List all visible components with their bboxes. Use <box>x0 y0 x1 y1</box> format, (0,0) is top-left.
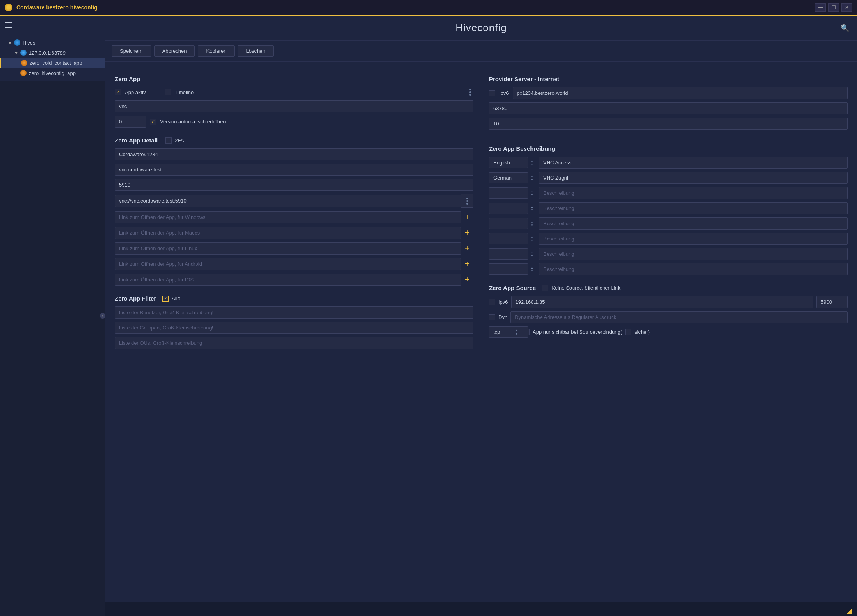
zero-app-section: Zero App App aktiv Timeline <box>115 69 473 131</box>
desc-lang-select-1[interactable]: German English <box>489 172 528 183</box>
desc-lang-select-7[interactable] <box>489 263 528 275</box>
desc-lang-select-0[interactable]: English German <box>489 157 528 168</box>
desc-input-3[interactable] <box>539 202 848 214</box>
link-ios-input[interactable] <box>115 274 461 286</box>
bottom-bar <box>105 602 857 616</box>
zero-app-detail-title: Zero App Detail <box>115 137 158 144</box>
link-windows-input[interactable] <box>115 211 461 223</box>
tcp-select[interactable]: tcp udp <box>489 326 528 338</box>
desc-input-2[interactable] <box>539 187 848 199</box>
source-ip-input[interactable] <box>511 296 813 308</box>
hamburger-icon[interactable] <box>5 22 12 28</box>
zero-app-beschreibung-title: Zero App Beschreibung <box>489 145 848 152</box>
desc-input-4[interactable] <box>539 217 848 230</box>
link-windows-add-button[interactable]: + <box>461 211 473 223</box>
source-sicher-label: sicher) <box>635 329 650 335</box>
version-auto-checkbox[interactable] <box>150 119 156 125</box>
zero-app-source-title: Zero App Source <box>489 285 536 291</box>
2fa-checkbox[interactable] <box>165 137 172 144</box>
link-windows-row: + <box>115 211 473 223</box>
cordaware-id-row <box>115 148 473 160</box>
url-menu-button[interactable] <box>461 194 473 208</box>
source-dyn-input[interactable] <box>510 311 848 323</box>
link-linux-input[interactable] <box>115 242 461 255</box>
desc-input-7[interactable] <box>539 263 848 275</box>
provider-address-input[interactable] <box>513 87 848 99</box>
desc-lang-select-2[interactable] <box>489 187 528 199</box>
alle-checkbox[interactable] <box>162 296 169 302</box>
desc-lang-select-5[interactable] <box>489 233 528 244</box>
provider-val3-input[interactable] <box>489 118 848 130</box>
provider-server-section: Provider Server - Internet Ipv6 <box>489 69 848 133</box>
domain-input[interactable] <box>115 164 473 176</box>
provider-ipv6-row: Ipv6 <box>489 87 848 99</box>
link-ios-row: + <box>115 273 473 286</box>
desc-row-6: ▲▼ <box>489 248 848 260</box>
close-button[interactable]: ✕ <box>841 3 852 12</box>
user-list-input[interactable] <box>115 306 473 319</box>
copy-button[interactable]: Kopieren <box>198 45 235 57</box>
sidebar-resize-handle[interactable]: › <box>100 313 105 319</box>
sidebar-item-hives[interactable]: ▼ Hives <box>0 37 105 48</box>
sidebar-item-server[interactable]: ▼ 127.0.0.1:63789 <box>0 48 105 58</box>
desc-input-5[interactable] <box>539 233 848 245</box>
timeline-label: Timeline <box>174 89 194 95</box>
sidebar-item-app1[interactable]: zero_coid_contact_app <box>0 58 105 68</box>
top-bar: Hiveconfig 🔍 <box>105 16 857 41</box>
provider-port-input[interactable] <box>489 102 848 114</box>
title-bar-text: Cordaware bestzero hiveconfig <box>16 4 811 11</box>
group-list-input[interactable] <box>115 322 473 334</box>
ou-list-row <box>115 337 473 349</box>
source-dyn-checkbox[interactable] <box>489 314 495 320</box>
toolbar: Speichern Abbrechen Kopieren Löschen <box>105 41 857 62</box>
2fa-label: 2FA <box>175 137 184 143</box>
source-sicher-checkbox[interactable] <box>625 329 631 335</box>
desc-input-0[interactable] <box>539 157 848 169</box>
desc-lang-arrows-0: ▲▼ <box>530 159 533 166</box>
provider-ipv6-checkbox[interactable] <box>489 90 495 96</box>
port-input[interactable] <box>115 179 473 191</box>
app-name-row <box>115 100 473 112</box>
search-icon[interactable]: 🔍 <box>841 24 849 32</box>
cordaware-id-input[interactable] <box>115 148 473 160</box>
provider-port-row <box>489 102 848 114</box>
source-ipv6-label: Ipv6 <box>498 299 508 305</box>
save-button[interactable]: Speichern <box>112 45 151 57</box>
link-android-add-button[interactable]: + <box>461 258 473 270</box>
sidebar-item-app2[interactable]: zero_hiveconfig_app <box>0 68 105 78</box>
desc-row-7: ▲▼ <box>489 263 848 275</box>
link-macos-input[interactable] <box>115 227 461 239</box>
source-port-input[interactable] <box>816 296 848 308</box>
desc-lang-select-4[interactable] <box>489 218 528 229</box>
app2-icon <box>20 70 27 76</box>
source-dyn-label: Dyn <box>498 314 507 320</box>
zero-app-detail-section: Zero App Detail 2FA <box>115 137 473 289</box>
desc-lang-select-3[interactable] <box>489 203 528 214</box>
desc-input-1[interactable] <box>539 172 848 184</box>
provider-ipv6-label: Ipv6 <box>499 90 509 96</box>
delete-button[interactable]: Löschen <box>238 45 273 57</box>
app-menu-dots[interactable] <box>467 87 473 97</box>
source-ipv6-checkbox[interactable] <box>489 299 495 305</box>
ou-list-input[interactable] <box>115 337 473 349</box>
app-aktiv-checkbox[interactable] <box>115 89 121 95</box>
no-source-checkbox[interactable] <box>542 285 548 291</box>
link-ios-add-button[interactable]: + <box>461 273 473 286</box>
maximize-button[interactable]: ☐ <box>828 3 839 12</box>
minimize-button[interactable]: — <box>815 3 826 12</box>
cancel-button[interactable]: Abbrechen <box>154 45 195 57</box>
link-android-input[interactable] <box>115 258 461 270</box>
app-name-input[interactable] <box>115 100 473 112</box>
timeline-checkbox[interactable] <box>165 89 171 95</box>
url-input[interactable] <box>115 195 461 207</box>
app-body: ▼ Hives ▼ 127.0.0.1:63789 zero_coid_cont… <box>0 16 857 616</box>
main-content: Hiveconfig 🔍 Speichern Abbrechen Kopiere… <box>105 16 857 616</box>
window-controls[interactable]: — ☐ ✕ <box>815 3 852 12</box>
zero-app-filter-section: Zero App Filter Alle <box>115 295 473 352</box>
desc-input-6[interactable] <box>539 248 848 260</box>
version-input[interactable] <box>115 116 146 128</box>
link-linux-add-button[interactable]: + <box>461 242 473 255</box>
desc-row-5: ▲▼ <box>489 233 848 245</box>
link-macos-add-button[interactable]: + <box>461 226 473 239</box>
desc-lang-select-6[interactable] <box>489 248 528 260</box>
